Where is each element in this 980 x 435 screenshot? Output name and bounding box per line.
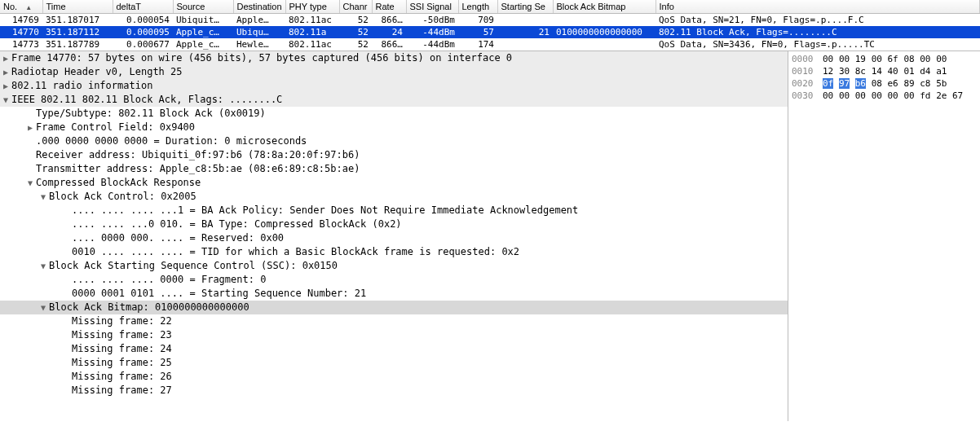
cell: Apple_c… <box>173 26 233 38</box>
cell: QoS Data, SN=3436, FN=0, Flags=.p.....TC <box>656 38 980 51</box>
tree-line[interactable]: Missing frame: 22 <box>0 314 788 328</box>
disclosure-none-icon <box>62 218 70 231</box>
tree-line[interactable]: Missing frame: 24 <box>0 342 788 356</box>
tree-text: Missing frame: 26 <box>72 371 172 382</box>
col-phy[interactable]: PHY type <box>285 0 339 14</box>
tree-line[interactable]: Block Ack Starting Sequence Control (SSC… <box>0 259 788 273</box>
col-destination[interactable]: Destination <box>233 0 285 14</box>
tree-line[interactable]: .... .... .... ...1 = BA Ack Policy: Sen… <box>0 204 788 218</box>
disclosure-none-icon <box>26 107 34 121</box>
hex-row[interactable]: 00200f 97 b6 08 e6 89 c8 5b <box>792 77 977 90</box>
tree-text: .... .... ...0 010. = BA Type: Compresse… <box>72 218 402 230</box>
tree-line[interactable]: Missing frame: 23 <box>0 328 788 342</box>
disclosure-none-icon <box>62 328 70 342</box>
cell: 52 <box>339 14 372 27</box>
disclosure-closed-icon[interactable] <box>2 65 10 79</box>
col-channel[interactable]: Chanr <box>339 0 372 14</box>
tree-line[interactable]: Receiver address: Ubiquiti_0f:97:b6 (78:… <box>0 148 788 162</box>
hex-byte: 00 <box>903 90 914 101</box>
packet-row[interactable]: 14769351.1870170.000054Ubiquit…Apple…802… <box>0 14 980 27</box>
disclosure-open-icon[interactable] <box>39 190 47 204</box>
tree-line[interactable]: Compressed BlockAck Response <box>0 176 788 190</box>
tree-line[interactable]: Missing frame: 25 <box>0 356 788 370</box>
tree-line[interactable]: .000 0000 0000 0000 = Duration: 0 micros… <box>0 134 788 148</box>
disclosure-closed-icon[interactable] <box>26 121 34 134</box>
hex-byte: 00 <box>872 54 882 64</box>
hex-offset: 0020 <box>792 77 823 90</box>
cell: -50dBm <box>406 14 458 27</box>
cell: Apple… <box>233 14 285 27</box>
col-startseq[interactable]: Starting Se <box>497 0 553 14</box>
hex-byte: 97 <box>839 78 850 89</box>
hex-row[interactable]: 003000 00 00 00 00 00 fd 2e 67 <box>792 90 977 102</box>
cell: Hewle… <box>233 38 285 51</box>
cell: 0.000095 <box>113 26 173 38</box>
tree-line[interactable]: IEEE 802.11 802.11 Block Ack, Flags: ...… <box>0 93 788 107</box>
cell: 709 <box>458 14 497 27</box>
hex-byte: 67 <box>952 90 963 101</box>
hex-byte: 40 <box>888 66 898 77</box>
tree-line[interactable]: Frame Control Field: 0x9400 <box>0 121 788 134</box>
cell: 57 <box>458 26 497 38</box>
cell: 802.11a <box>285 26 339 38</box>
tree-line[interactable]: .... 0000 000. .... = Reserved: 0x00 <box>0 231 788 245</box>
tree-line[interactable]: Radiotap Header v0, Length 25 <box>0 65 788 79</box>
disclosure-open-icon[interactable] <box>39 259 47 273</box>
packet-table[interactable]: No.▲ Time deltaT Source Destination PHY … <box>0 0 980 51</box>
tree-text: .000 0000 0000 0000 = Duration: 0 micros… <box>36 135 307 147</box>
disclosure-closed-icon[interactable] <box>2 79 10 93</box>
cell: 174 <box>458 38 497 51</box>
hex-bytes: 12 30 8c 14 40 01 d4 a1 <box>823 65 947 77</box>
disclosure-open-icon[interactable] <box>26 176 34 190</box>
tree-text: Missing frame: 25 <box>72 357 172 368</box>
tree-line[interactable]: 0000 0001 0101 .... = Starting Sequence … <box>0 287 788 301</box>
tree-line[interactable]: Transmitter address: Apple_c8:5b:ae (08:… <box>0 162 788 176</box>
tree-line[interactable]: Missing frame: 27 <box>0 384 788 398</box>
disclosure-open-icon[interactable] <box>2 93 10 107</box>
hex-byte: 00 <box>839 54 850 64</box>
tree-line[interactable]: 802.11 radio information <box>0 79 788 93</box>
tree-text: 802.11 radio information <box>11 80 152 91</box>
hex-byte: 00 <box>920 54 930 64</box>
hex-dump-panel[interactable]: 000000 00 19 00 6f 08 00 00001012 30 8c … <box>788 51 980 421</box>
col-no[interactable]: No.▲ <box>0 0 42 14</box>
col-rate[interactable]: Rate <box>372 0 406 14</box>
packet-row[interactable]: 14773351.1877890.000677Apple_c…Hewle…802… <box>0 38 980 51</box>
col-info[interactable]: Info <box>656 0 980 14</box>
tree-text: Missing frame: 22 <box>72 315 172 327</box>
col-length[interactable]: Length <box>458 0 497 14</box>
tree-text: Type/Subtype: 802.11 Block Ack (0x0019) <box>36 108 266 119</box>
tree-text: Frame 14770: 57 bytes on wire (456 bits)… <box>11 52 512 64</box>
packet-row[interactable]: 14770351.1871120.000095Apple_c…Ubiqu…802… <box>0 26 980 38</box>
hex-bytes: 00 00 19 00 6f 08 00 00 <box>823 53 947 65</box>
tree-line[interactable]: .... .... ...0 010. = BA Type: Compresse… <box>0 218 788 231</box>
tree-line[interactable]: Type/Subtype: 802.11 Block Ack (0x0019) <box>0 107 788 121</box>
cell: 52 <box>339 38 372 51</box>
tree-text: .... .... .... 0000 = Fragment: 0 <box>72 274 266 285</box>
cell: 802.11 Block Ack, Flags=........C <box>656 26 980 38</box>
disclosure-none-icon <box>62 342 70 356</box>
disclosure-closed-icon[interactable] <box>2 51 10 65</box>
hex-byte: 89 <box>903 78 914 89</box>
tree-line[interactable]: Frame 14770: 57 bytes on wire (456 bits)… <box>0 51 788 65</box>
col-deltat[interactable]: deltaT <box>113 0 173 14</box>
col-bitmap[interactable]: Block Ack Bitmap <box>553 0 656 14</box>
hex-row[interactable]: 001012 30 8c 14 40 01 d4 a1 <box>792 65 977 77</box>
packet-details-panel[interactable]: Frame 14770: 57 bytes on wire (456 bits)… <box>0 51 788 421</box>
tree-line[interactable]: .... .... .... 0000 = Fragment: 0 <box>0 273 788 287</box>
tree-line[interactable]: Missing frame: 26 <box>0 370 788 384</box>
disclosure-none-icon <box>62 370 70 384</box>
tree-line[interactable]: 0010 .... .... .... = TID for which a Ba… <box>0 245 788 259</box>
tree-line[interactable]: Block Ack Bitmap: 0100000000000000 <box>0 301 788 314</box>
disclosure-open-icon[interactable] <box>39 301 47 314</box>
col-source[interactable]: Source <box>173 0 233 14</box>
cell: -44dBm <box>406 38 458 51</box>
col-ssi[interactable]: SSI Signal <box>406 0 458 14</box>
cell: Ubiquit… <box>173 14 233 27</box>
cell: 52 <box>339 26 372 38</box>
tree-line[interactable]: Block Ack Control: 0x2005 <box>0 190 788 204</box>
cell: 802.11ac <box>285 38 339 51</box>
hex-row[interactable]: 000000 00 19 00 6f 08 00 00 <box>792 53 977 65</box>
hex-byte: d4 <box>920 66 930 77</box>
col-time[interactable]: Time <box>42 0 113 14</box>
